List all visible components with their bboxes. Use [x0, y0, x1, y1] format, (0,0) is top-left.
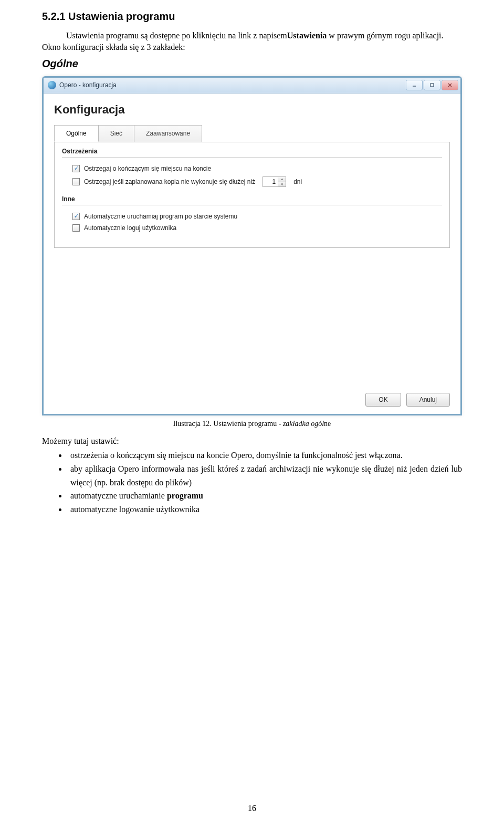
opero-icon: [48, 81, 56, 89]
figure-caption: Ilustracja 12. Ustawienia programu - zak…: [42, 420, 462, 428]
spinner-arrows: ▲ ▼: [278, 177, 286, 186]
ok-button[interactable]: OK: [365, 393, 401, 407]
window-title: Opero - konfiguracja: [59, 81, 117, 89]
intro-pre: Ustawienia programu są dostępne po klikn…: [66, 31, 287, 40]
divider: [62, 205, 442, 205]
days-spinner[interactable]: 1 ▲ ▼: [262, 176, 286, 187]
tab-content: Ostrzeżenia ✓ Ostrzegaj o kończącym się …: [54, 142, 450, 248]
bullet-4: automatyczne logowanie użytkownika: [67, 503, 462, 516]
checkbox-autologin[interactable]: [72, 224, 80, 232]
window-titlebar: Opero - konfiguracja: [44, 78, 460, 93]
days-unit: dni: [293, 178, 302, 185]
group-warnings: Ostrzeżenia ✓ Ostrzegaj o kończącym się …: [62, 148, 442, 189]
dialog-footer: OK Anuluj: [365, 393, 450, 407]
titlebar-left: Opero - konfiguracja: [48, 81, 117, 89]
caption-pre: Ilustracja 12. Ustawienia programu -: [173, 420, 283, 428]
group-other-title: Inne: [62, 195, 442, 203]
check-row-autologin: Automatycznie loguj użytkownika: [62, 222, 442, 234]
checkbox-autostart-label: Automatycznie uruchamiaj program po star…: [84, 213, 237, 220]
bullet-1: ostrzeżenia o kończącym się miejscu na k…: [67, 449, 462, 462]
section-title-text: Ustawienia programu: [68, 11, 175, 22]
section-number: 5.2.1: [42, 11, 65, 22]
divider: [62, 157, 442, 158]
minimize-button[interactable]: [406, 80, 423, 90]
checkbox-autostart[interactable]: ✓: [72, 213, 80, 220]
group-other: Inne ✓ Automatycznie uruchamiaj program …: [62, 195, 442, 234]
checkbox-autologin-label: Automatycznie loguj użytkownika: [84, 224, 176, 232]
bullet-3-bold: programu: [167, 491, 203, 500]
tab-advanced[interactable]: Zaawansowane: [134, 125, 202, 142]
checkbox-warn-space-label: Ostrzegaj o kończącym się miejscu na kon…: [84, 165, 211, 172]
post-lead: Możemy tutaj ustawić:: [42, 434, 462, 448]
caption-post: ne: [324, 420, 331, 428]
cancel-button[interactable]: Anuluj: [406, 393, 450, 407]
checkbox-warn-space[interactable]: ✓: [72, 165, 80, 172]
checkbox-warn-planned[interactable]: [72, 178, 80, 185]
bullet-3-pre: automatyczne uruchamianie: [70, 491, 167, 500]
spinner-down-icon[interactable]: ▼: [278, 182, 286, 186]
intro-paragraph: Ustawienia programu są dostępne po klikn…: [42, 30, 462, 54]
intro-bold: Ustawienia: [287, 31, 327, 40]
close-button[interactable]: [442, 80, 458, 90]
check-row-autostart: ✓ Automatycznie uruchamiaj program po st…: [62, 211, 442, 222]
bullet-2: aby aplikacja Opero informowała nas jeśl…: [67, 462, 462, 489]
config-window: Opero - konfiguracja Konfiguracja Ogólne…: [42, 76, 462, 415]
checkbox-warn-planned-label: Ostrzegaj jeśli zaplanowana kopia nie wy…: [84, 178, 255, 185]
tab-row: Ogólne Sieć Zaawansowane: [54, 125, 450, 142]
check-row-warn-planned: Ostrzegaj jeśli zaplanowana kopia nie wy…: [62, 174, 442, 189]
window-controls: [406, 80, 458, 90]
maximize-button[interactable]: [424, 80, 440, 90]
caption-italic: zakładka ogól: [283, 420, 324, 428]
group-warnings-title: Ostrzeżenia: [62, 148, 442, 155]
tab-general[interactable]: Ogólne: [54, 125, 99, 142]
config-title: Konfiguracja: [54, 103, 450, 117]
post-list: ostrzeżenia o kończącym się miejscu na k…: [67, 449, 462, 516]
section-heading: 5.2.1 Ustawienia programu: [42, 11, 462, 23]
spinner-up-icon[interactable]: ▲: [278, 177, 286, 182]
days-value: 1: [263, 178, 278, 185]
page-number: 16: [0, 804, 504, 813]
check-row-warn-space: ✓ Ostrzegaj o kończącym się miejscu na k…: [62, 163, 442, 174]
tab-section-title: Ogólne: [42, 58, 462, 70]
tab-network[interactable]: Sieć: [98, 125, 134, 142]
bullet-3: automatyczne uruchamianie programu: [67, 489, 462, 503]
svg-rect-1: [430, 84, 434, 87]
window-body: Konfiguracja Ogólne Sieć Zaawansowane Os…: [44, 93, 460, 414]
